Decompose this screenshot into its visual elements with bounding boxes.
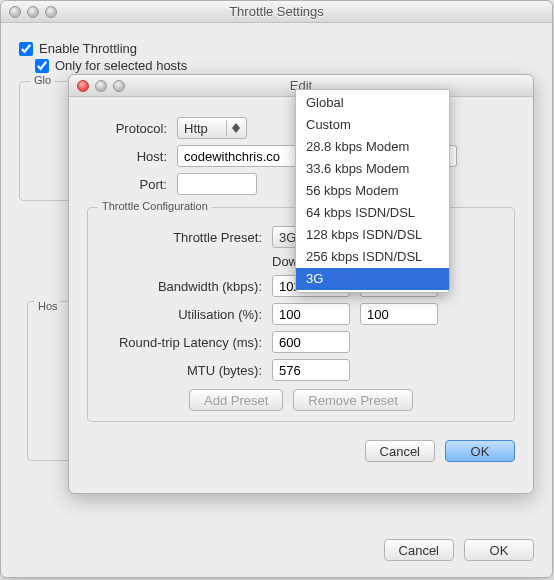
protocol-value: Http: [184, 121, 208, 136]
preset-option[interactable]: Global: [296, 92, 449, 114]
enable-throttling-label: Enable Throttling: [39, 41, 137, 56]
preset-option[interactable]: 128 kbps ISDN/DSL: [296, 224, 449, 246]
zoom-icon[interactable]: [45, 6, 57, 18]
throttle-preset-dropdown[interactable]: GlobalCustom28.8 kbps Modem33.6 kbps Mod…: [295, 89, 450, 293]
cancel-button[interactable]: Cancel: [365, 440, 435, 462]
enable-throttling-checkbox[interactable]: Enable Throttling: [19, 41, 534, 56]
add-preset-button[interactable]: Add Preset: [189, 389, 283, 411]
utilisation-label: Utilisation (%):: [102, 307, 262, 322]
throttle-preset-value: 3G: [279, 230, 296, 245]
host-label: Host:: [87, 149, 167, 164]
preset-option[interactable]: 33.6 kbps Modem: [296, 158, 449, 180]
preset-option[interactable]: 28.8 kbps Modem: [296, 136, 449, 158]
bandwidth-label: Bandwidth (kbps):: [102, 279, 262, 294]
protocol-label: Protocol:: [87, 121, 167, 136]
minimize-icon[interactable]: [27, 6, 39, 18]
mtu-label: MTU (bytes):: [102, 363, 262, 378]
protocol-select[interactable]: Http: [177, 117, 247, 139]
latency-label: Round-trip Latency (ms):: [102, 335, 262, 350]
port-label: Port:: [87, 177, 167, 192]
titlebar: Throttle Settings: [1, 1, 552, 23]
zoom-icon: [113, 80, 125, 92]
latency-input[interactable]: [272, 331, 350, 353]
global-group-label: Glo: [30, 74, 54, 86]
close-icon[interactable]: [77, 80, 89, 92]
cancel-button[interactable]: Cancel: [384, 539, 454, 561]
hosts-group-label: Hos: [34, 300, 60, 312]
utilisation-download-input[interactable]: [272, 303, 350, 325]
remove-preset-button[interactable]: Remove Preset: [293, 389, 413, 411]
utilisation-upload-input[interactable]: [360, 303, 438, 325]
close-icon[interactable]: [9, 6, 21, 18]
ok-button[interactable]: OK: [445, 440, 515, 462]
enable-throttling-input[interactable]: [19, 42, 33, 56]
mtu-input[interactable]: [272, 359, 350, 381]
only-selected-hosts-input[interactable]: [35, 59, 49, 73]
window-title: Throttle Settings: [1, 4, 552, 19]
preset-option[interactable]: 3G: [296, 268, 449, 290]
preset-option[interactable]: 56 kbps Modem: [296, 180, 449, 202]
minimize-icon: [95, 80, 107, 92]
throttle-config-label: Throttle Configuration: [98, 200, 212, 212]
throttle-preset-label: Throttle Preset:: [102, 230, 262, 245]
only-selected-hosts-checkbox[interactable]: Only for selected hosts: [35, 58, 534, 73]
port-input[interactable]: [177, 173, 257, 195]
preset-option[interactable]: Custom: [296, 114, 449, 136]
preset-option[interactable]: 256 kbps ISDN/DSL: [296, 246, 449, 268]
only-selected-hosts-label: Only for selected hosts: [55, 58, 187, 73]
ok-button[interactable]: OK: [464, 539, 534, 561]
chevron-updown-icon: [226, 120, 244, 136]
preset-option[interactable]: 64 kbps ISDN/DSL: [296, 202, 449, 224]
